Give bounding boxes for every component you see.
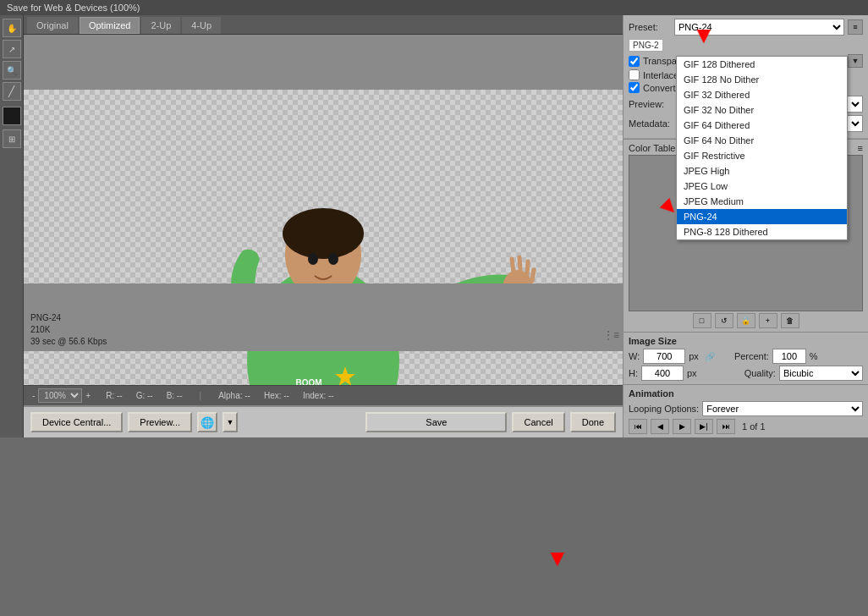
- svg-line-8: [532, 270, 534, 281]
- svg-point-2: [283, 208, 364, 259]
- dropdown-item-gif64nd[interactable]: GIF 64 No Dither: [677, 133, 847, 148]
- top-gray-area: [24, 35, 623, 90]
- zoom-tool-btn[interactable]: 🔍: [3, 61, 21, 80]
- height-row: H: 400 px Quality: Bicubic: [629, 366, 863, 381]
- alpha-value: Alpha: --: [218, 391, 250, 400]
- anim-last-btn[interactable]: ⏭: [717, 419, 735, 434]
- time-label: 39 sec @ 56.6 Kbps: [30, 336, 107, 348]
- px-label-w: px: [689, 351, 699, 361]
- slice-tool-btn[interactable]: ⊞: [3, 129, 21, 148]
- svg-line-6: [519, 257, 520, 270]
- anim-prev-btn[interactable]: ◀: [651, 419, 669, 434]
- svg-text:BOOM: BOOM: [295, 378, 321, 385]
- svg-point-15: [328, 253, 338, 265]
- percent-input[interactable]: 100: [772, 349, 806, 364]
- height-label: H:: [629, 368, 638, 378]
- dropdown-item-gifr[interactable]: GIF Restrictive: [677, 148, 847, 163]
- zoom-control: - 100% 50% 200% +: [30, 388, 92, 403]
- preset-dropdown: GIF 128 Dithered GIF 128 No Dither GIF 3…: [676, 56, 848, 240]
- anim-play-btn[interactable]: ▶: [673, 419, 691, 434]
- tab-bar: Original Optimized 2-Up 4-Up: [24, 15, 623, 35]
- transparency-options-btn[interactable]: ▼: [848, 54, 863, 68]
- ct-btn-4[interactable]: +: [759, 313, 777, 328]
- tab-4up[interactable]: 4-Up: [182, 17, 221, 34]
- anim-controls: ⏮ ◀ ▶ ▶| ⏭ 1 of 1: [629, 419, 863, 434]
- metadata-label: Metadata:: [629, 118, 675, 129]
- tab-2up[interactable]: 2-Up: [141, 17, 180, 34]
- tab-optimized[interactable]: Optimized: [80, 17, 140, 34]
- tab-original[interactable]: Original: [27, 17, 78, 34]
- select-tool-btn[interactable]: ↗: [3, 40, 21, 58]
- dropdown-item-png8128d[interactable]: PNG-8 128 Dithered: [677, 224, 847, 239]
- animation-label: Animation: [629, 388, 863, 399]
- eyedropper-tool-btn[interactable]: ╱: [3, 82, 21, 101]
- preview-label: Preview:: [629, 99, 675, 109]
- image-options-icon[interactable]: ⋮≡: [603, 329, 619, 341]
- frame-count: 1 of 1: [742, 421, 766, 432]
- image-size-section: Image Size W: 700 px 🔗 Percent: 100 % H:…: [624, 332, 868, 384]
- anim-first-btn[interactable]: ⏮: [629, 419, 647, 434]
- image-info-overlay: PNG-24 210K 39 sec @ 56.6 Kbps: [30, 312, 107, 348]
- canvas-wrapper: pepsi. BOOM BOOM: [24, 35, 623, 385]
- index-value: Index: --: [303, 391, 334, 400]
- preset-label: Preset:: [629, 22, 671, 32]
- zoom-select[interactable]: 100% 50% 200%: [38, 388, 82, 403]
- percent-label: Percent:: [734, 351, 769, 361]
- format-row: PNG-2: [629, 39, 863, 52]
- interlaced-checkbox[interactable]: [629, 69, 640, 80]
- preset-select[interactable]: PNG-24: [674, 19, 844, 36]
- looping-row: Looping Options: Forever: [629, 401, 863, 416]
- dropdown-item-gif64d[interactable]: GIF 64 Dithered: [677, 118, 847, 133]
- convert-checkbox[interactable]: [629, 82, 640, 93]
- device-central-btn[interactable]: Device Central...: [30, 412, 123, 432]
- preset-options-btn[interactable]: ≡: [848, 19, 863, 35]
- done-btn[interactable]: Done: [570, 412, 616, 432]
- dropdown-item-gif32nd[interactable]: GIF 32 No Dither: [677, 102, 847, 118]
- globe-dropdown-btn[interactable]: ▼: [222, 412, 238, 432]
- image-size-label: Image Size: [629, 336, 863, 346]
- ct-btn-1[interactable]: □: [693, 313, 711, 328]
- svg-point-14: [308, 253, 318, 265]
- b-value: B: --: [167, 391, 183, 400]
- dropdown-item-jpegl[interactable]: JPEG Low: [677, 179, 847, 194]
- anim-next-btn[interactable]: ▶|: [695, 419, 713, 434]
- r-value: R: --: [106, 391, 122, 400]
- color-table-options-btn[interactable]: ≡: [858, 143, 863, 153]
- right-panel: Preset: PNG-24 ≡ PNG-2 Transparency -- ▼: [623, 15, 868, 437]
- zoom-decrease-btn[interactable]: -: [30, 391, 36, 400]
- link-icon: 🔗: [702, 349, 717, 364]
- dropdown-item-jpegh[interactable]: JPEG High: [677, 163, 847, 179]
- dropdown-item-gif128d[interactable]: GIF 128 Dithered: [677, 57, 847, 72]
- transparency-checkbox[interactable]: [629, 56, 640, 67]
- color-table-label: Color Table: [629, 143, 675, 153]
- zoom-increase-btn[interactable]: +: [84, 391, 92, 400]
- dropdown-item-jpegm[interactable]: JPEG Medium: [677, 194, 847, 209]
- width-input[interactable]: 700: [643, 349, 685, 364]
- arrow-bottom: ▲: [546, 547, 569, 574]
- status-bar: - 100% 50% 200% + R: -- G: -- B: -- | Al…: [24, 385, 623, 405]
- hand-tool-btn[interactable]: ✋: [3, 19, 21, 37]
- dropdown-item-png24[interactable]: PNG-24: [677, 209, 847, 224]
- ct-btn-3[interactable]: 🔒: [737, 313, 755, 328]
- animation-section: Animation Looping Options: Forever ⏮ ◀ ▶…: [624, 384, 868, 437]
- preview-btn[interactable]: Preview...: [128, 412, 192, 432]
- looping-label: Looping Options:: [629, 404, 699, 414]
- quality-label: Quality:: [744, 368, 776, 378]
- dropdown-item-gif128nd[interactable]: GIF 128 No Dither: [677, 72, 847, 87]
- size-label: 210K: [30, 324, 107, 336]
- dropdown-item-gif32d[interactable]: GIF 32 Dithered: [677, 87, 847, 102]
- ct-btn-2[interactable]: ↺: [715, 313, 733, 328]
- format-badge: PNG-2: [629, 39, 663, 52]
- color-swatch: [3, 107, 21, 125]
- looping-select[interactable]: Forever: [702, 401, 863, 416]
- cancel-btn[interactable]: Cancel: [512, 412, 564, 432]
- bottom-button-bar: Device Central... Preview... 🌐 ▼ Save Ca…: [24, 405, 623, 437]
- quality-select[interactable]: Bicubic: [779, 366, 863, 381]
- percent-unit: %: [810, 351, 818, 361]
- title-bar: Save for Web & Devices (100%): [0, 0, 868, 15]
- ct-btn-5[interactable]: 🗑: [781, 313, 799, 328]
- save-btn[interactable]: Save: [365, 412, 507, 432]
- globe-icon-btn[interactable]: 🌐: [197, 412, 217, 432]
- left-toolbar: ✋ ↗ 🔍 ╱ ⊞: [0, 15, 24, 437]
- height-input[interactable]: 400: [641, 366, 684, 381]
